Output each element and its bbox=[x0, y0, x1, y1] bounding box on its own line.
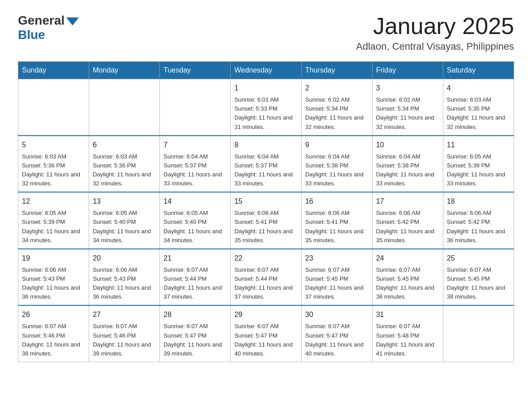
calendar-cell bbox=[18, 79, 89, 136]
calendar-cell: 16Sunrise: 6:06 AMSunset: 5:41 PMDayligh… bbox=[301, 192, 372, 249]
day-number: 21 bbox=[163, 253, 227, 264]
day-info: Sunrise: 6:01 AMSunset: 5:33 PMDaylight:… bbox=[234, 95, 297, 132]
day-info: Sunrise: 6:07 AMSunset: 5:46 PMDaylight:… bbox=[93, 322, 156, 358]
calendar-header-thursday: Thursday bbox=[301, 62, 372, 79]
day-number: 29 bbox=[234, 309, 297, 320]
calendar-week-row: 12Sunrise: 6:05 AMSunset: 5:39 PMDayligh… bbox=[18, 192, 514, 249]
calendar-week-row: 26Sunrise: 6:07 AMSunset: 5:46 PMDayligh… bbox=[18, 305, 514, 362]
calendar-cell: 11Sunrise: 6:05 AMSunset: 5:39 PMDayligh… bbox=[443, 136, 514, 193]
day-number: 4 bbox=[447, 83, 510, 94]
day-number: 27 bbox=[93, 309, 156, 320]
calendar-cell bbox=[160, 79, 231, 136]
calendar-cell: 19Sunrise: 6:06 AMSunset: 5:43 PMDayligh… bbox=[18, 249, 89, 306]
day-info: Sunrise: 6:06 AMSunset: 5:43 PMDaylight:… bbox=[93, 265, 156, 302]
calendar-cell: 1Sunrise: 6:01 AMSunset: 5:33 PMDaylight… bbox=[231, 79, 301, 136]
calendar-cell: 27Sunrise: 6:07 AMSunset: 5:46 PMDayligh… bbox=[89, 305, 160, 362]
calendar-cell: 24Sunrise: 6:07 AMSunset: 5:45 PMDayligh… bbox=[372, 249, 443, 306]
day-info: Sunrise: 6:05 AMSunset: 5:40 PMDaylight:… bbox=[163, 209, 227, 245]
calendar-cell bbox=[89, 79, 160, 136]
calendar-cell: 13Sunrise: 6:05 AMSunset: 5:40 PMDayligh… bbox=[89, 192, 160, 249]
calendar-cell: 18Sunrise: 6:06 AMSunset: 5:42 PMDayligh… bbox=[443, 192, 514, 249]
day-number: 9 bbox=[305, 140, 369, 150]
day-number: 1 bbox=[234, 83, 297, 94]
calendar-cell: 15Sunrise: 6:06 AMSunset: 5:41 PMDayligh… bbox=[231, 192, 301, 249]
day-info: Sunrise: 6:05 AMSunset: 5:39 PMDaylight:… bbox=[447, 152, 510, 188]
calendar-cell: 21Sunrise: 6:07 AMSunset: 5:44 PMDayligh… bbox=[160, 249, 231, 306]
calendar-header-wednesday: Wednesday bbox=[231, 62, 301, 79]
day-number: 3 bbox=[376, 83, 439, 94]
calendar-cell: 29Sunrise: 6:07 AMSunset: 5:47 PMDayligh… bbox=[231, 305, 301, 362]
day-number: 31 bbox=[376, 309, 439, 320]
day-info: Sunrise: 6:03 AMSunset: 5:35 PMDaylight:… bbox=[447, 95, 510, 132]
day-info: Sunrise: 6:02 AMSunset: 5:34 PMDaylight:… bbox=[305, 95, 369, 132]
day-info: Sunrise: 6:07 AMSunset: 5:44 PMDaylight:… bbox=[234, 265, 297, 302]
calendar-cell: 3Sunrise: 6:02 AMSunset: 5:34 PMDaylight… bbox=[372, 79, 443, 136]
day-info: Sunrise: 6:07 AMSunset: 5:47 PMDaylight:… bbox=[234, 322, 297, 358]
day-number: 5 bbox=[22, 140, 85, 150]
page-header: General Blue January 2025 Adlaon, Centra… bbox=[18, 13, 514, 52]
calendar-cell: 23Sunrise: 6:07 AMSunset: 5:45 PMDayligh… bbox=[301, 249, 372, 306]
calendar-cell: 30Sunrise: 6:07 AMSunset: 5:47 PMDayligh… bbox=[301, 305, 372, 362]
day-number: 2 bbox=[305, 83, 369, 94]
day-number: 18 bbox=[447, 196, 510, 207]
day-info: Sunrise: 6:07 AMSunset: 5:46 PMDaylight:… bbox=[22, 322, 85, 358]
day-number: 15 bbox=[234, 196, 297, 207]
calendar-header-friday: Friday bbox=[372, 62, 443, 79]
day-number: 16 bbox=[305, 196, 369, 207]
location-subtitle: Adlaon, Central Visayas, Philippines bbox=[356, 41, 514, 52]
day-number: 17 bbox=[376, 196, 439, 207]
logo: General Blue bbox=[18, 13, 79, 42]
day-number: 11 bbox=[447, 140, 510, 150]
day-info: Sunrise: 6:06 AMSunset: 5:43 PMDaylight:… bbox=[22, 265, 85, 302]
day-info: Sunrise: 6:07 AMSunset: 5:48 PMDaylight:… bbox=[376, 322, 439, 358]
day-number: 13 bbox=[93, 196, 156, 207]
calendar-table: SundayMondayTuesdayWednesdayThursdayFrid… bbox=[18, 61, 514, 362]
day-info: Sunrise: 6:07 AMSunset: 5:44 PMDaylight:… bbox=[163, 265, 227, 302]
calendar-cell: 22Sunrise: 6:07 AMSunset: 5:44 PMDayligh… bbox=[231, 249, 301, 306]
day-number: 20 bbox=[93, 253, 156, 264]
day-number: 19 bbox=[22, 253, 85, 264]
calendar-header-saturday: Saturday bbox=[443, 62, 514, 79]
day-info: Sunrise: 6:04 AMSunset: 5:38 PMDaylight:… bbox=[305, 152, 369, 188]
day-number: 14 bbox=[163, 196, 227, 207]
day-info: Sunrise: 6:06 AMSunset: 5:42 PMDaylight:… bbox=[376, 209, 439, 245]
day-number: 22 bbox=[234, 253, 297, 264]
calendar-cell: 9Sunrise: 6:04 AMSunset: 5:38 PMDaylight… bbox=[301, 136, 372, 193]
calendar-header-tuesday: Tuesday bbox=[160, 62, 231, 79]
calendar-cell: 4Sunrise: 6:03 AMSunset: 5:35 PMDaylight… bbox=[443, 79, 514, 136]
day-info: Sunrise: 6:04 AMSunset: 5:38 PMDaylight:… bbox=[376, 152, 439, 188]
day-number: 10 bbox=[376, 140, 439, 150]
day-info: Sunrise: 6:05 AMSunset: 5:39 PMDaylight:… bbox=[22, 209, 85, 245]
day-number: 8 bbox=[234, 140, 297, 150]
calendar-cell: 17Sunrise: 6:06 AMSunset: 5:42 PMDayligh… bbox=[372, 192, 443, 249]
day-number: 6 bbox=[93, 140, 156, 150]
calendar-header-sunday: Sunday bbox=[18, 62, 89, 79]
calendar-cell: 20Sunrise: 6:06 AMSunset: 5:43 PMDayligh… bbox=[89, 249, 160, 306]
logo-blue: Blue bbox=[18, 28, 45, 42]
day-info: Sunrise: 6:07 AMSunset: 5:45 PMDaylight:… bbox=[305, 265, 369, 302]
calendar-cell: 6Sunrise: 6:03 AMSunset: 5:36 PMDaylight… bbox=[89, 136, 160, 193]
day-number: 26 bbox=[22, 309, 85, 320]
calendar-cell: 5Sunrise: 6:03 AMSunset: 5:36 PMDaylight… bbox=[18, 136, 89, 193]
day-number: 24 bbox=[376, 253, 439, 264]
calendar-week-row: 5Sunrise: 6:03 AMSunset: 5:36 PMDaylight… bbox=[18, 136, 514, 193]
day-info: Sunrise: 6:07 AMSunset: 5:47 PMDaylight:… bbox=[163, 322, 227, 358]
day-number: 23 bbox=[305, 253, 369, 264]
calendar-cell: 7Sunrise: 6:04 AMSunset: 5:37 PMDaylight… bbox=[160, 136, 231, 193]
day-info: Sunrise: 6:02 AMSunset: 5:34 PMDaylight:… bbox=[376, 95, 439, 132]
logo-triangle-icon bbox=[66, 17, 79, 26]
calendar-week-row: 19Sunrise: 6:06 AMSunset: 5:43 PMDayligh… bbox=[18, 249, 514, 306]
day-info: Sunrise: 6:06 AMSunset: 5:41 PMDaylight:… bbox=[305, 209, 369, 245]
title-block: January 2025 Adlaon, Central Visayas, Ph… bbox=[356, 13, 514, 52]
calendar-header-monday: Monday bbox=[89, 62, 160, 79]
calendar-week-row: 1Sunrise: 6:01 AMSunset: 5:33 PMDaylight… bbox=[18, 79, 514, 136]
day-info: Sunrise: 6:03 AMSunset: 5:36 PMDaylight:… bbox=[22, 152, 85, 188]
day-info: Sunrise: 6:07 AMSunset: 5:45 PMDaylight:… bbox=[376, 265, 439, 302]
day-number: 28 bbox=[163, 309, 227, 320]
month-year-title: January 2025 bbox=[356, 13, 514, 39]
calendar-cell: 25Sunrise: 6:07 AMSunset: 5:45 PMDayligh… bbox=[443, 249, 514, 306]
calendar-cell: 12Sunrise: 6:05 AMSunset: 5:39 PMDayligh… bbox=[18, 192, 89, 249]
calendar-cell: 31Sunrise: 6:07 AMSunset: 5:48 PMDayligh… bbox=[372, 305, 443, 362]
logo-general: General bbox=[18, 13, 64, 28]
calendar-header-row: SundayMondayTuesdayWednesdayThursdayFrid… bbox=[18, 62, 514, 79]
